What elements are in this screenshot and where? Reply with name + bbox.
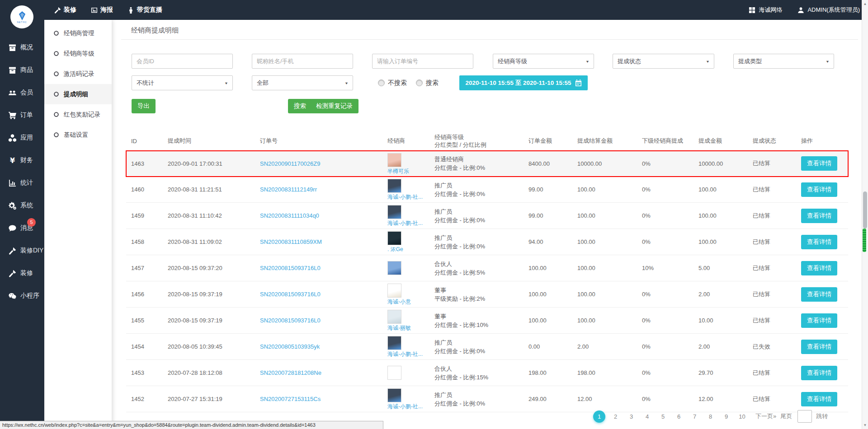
dealer-name-link[interactable]: 海诚-小鹏-社...	[387, 194, 434, 200]
page-10[interactable]: 10	[734, 413, 750, 420]
topnav-item-0[interactable]: 装修	[54, 6, 76, 14]
sidebar-item-装修[interactable]: 装修	[0, 262, 44, 284]
order-number-link[interactable]: SN20200805103935yk	[260, 343, 320, 350]
member-id-input[interactable]	[132, 54, 233, 69]
view-detail-button[interactable]: 查看详情	[801, 313, 837, 328]
page-2[interactable]: 2	[608, 413, 623, 420]
cell-level: 推广员分红佣金 - 比例:0%	[434, 207, 528, 224]
cell-time: 2020-09-01 17:00:31	[168, 160, 260, 167]
cell-amount: 2.00	[698, 343, 753, 350]
page-1[interactable]: 1	[593, 410, 605, 423]
search-button[interactable]: 搜索	[288, 99, 312, 113]
sidebar-item-概况[interactable]: 概况	[0, 36, 44, 59]
check-duplicate-button[interactable]: 检测重复记录	[310, 99, 359, 113]
calendar-icon	[575, 79, 582, 86]
hammer-icon	[9, 247, 16, 255]
scrollbar-thumb[interactable]	[863, 191, 867, 228]
order-no-input[interactable]	[372, 54, 473, 69]
commission-status-select[interactable]: 提成状态 ▼	[613, 54, 714, 69]
jump-button[interactable]: 跳转	[816, 412, 828, 420]
view-detail-button[interactable]: 查看详情	[801, 366, 837, 380]
page-8[interactable]: 8	[703, 413, 718, 420]
dealer-name-link[interactable]: 海诚-小鹏-社...	[387, 220, 434, 226]
dealer-avatar	[387, 205, 401, 219]
order-number-link[interactable]: SN20200815093716L0	[260, 317, 321, 324]
view-detail-button[interactable]: 查看详情	[801, 287, 837, 302]
statistics-select[interactable]: 不统计 ▼	[132, 75, 233, 90]
submenu-item-经销商管理[interactable]: 经销商管理	[44, 23, 112, 43]
order-number-link[interactable]: SN20200831110859XM	[260, 238, 322, 245]
order-number-link[interactable]: SN20200831112149rr	[260, 186, 317, 193]
cell-settle-amount: 2.00	[577, 343, 642, 350]
view-detail-button[interactable]: 查看详情	[801, 392, 837, 406]
date-range-button[interactable]: 2020-11-10 15:55 至 2020-11-10 15:55	[459, 75, 588, 90]
view-detail-button[interactable]: 查看详情	[801, 182, 837, 197]
order-number-link[interactable]: SN20200815093716L0	[260, 265, 321, 271]
submenu-item-激活码记录[interactable]: 激活码记录	[44, 64, 112, 84]
scope-select[interactable]: 全部 ▼	[252, 75, 353, 90]
topnav-item-2[interactable]: 带货直播	[127, 6, 162, 14]
page-4[interactable]: 4	[639, 413, 655, 420]
sidebar-item-应用[interactable]: 应用	[0, 126, 44, 149]
dealer-name-link[interactable]: 海诚-小鹏-社...	[387, 403, 434, 410]
sidebar-item-会员[interactable]: 会员	[0, 81, 44, 104]
topbar-right-item-0[interactable]: 海诚网络	[749, 6, 782, 14]
scroll-down-icon[interactable]: ▼	[862, 422, 868, 428]
sidebar-item-消息[interactable]: 消息 5	[0, 217, 44, 239]
dealer-name-link[interactable]: . 浓Ge	[387, 246, 434, 252]
view-detail-button[interactable]: 查看详情	[801, 156, 837, 171]
screen: 装修海报带货直播 海诚网络ADMIN(系统管理员) NETHC 概况 商品 会员…	[0, 0, 868, 429]
page-3[interactable]: 3	[623, 413, 639, 420]
scroll-up-icon[interactable]: ▲	[862, 1, 868, 7]
topbar-right-item-1[interactable]: ADMIN(系统管理员)	[797, 6, 860, 14]
commission-type-select[interactable]: 提成类型 ▼	[733, 54, 834, 69]
order-number-link[interactable]: SN20200728181208Ne	[260, 369, 321, 376]
order-number-link[interactable]: SN20200727153115Cs	[260, 396, 321, 402]
order-number-link[interactable]: SN20200901170026Z9	[260, 160, 321, 167]
sidebar-item-系统[interactable]: 系统	[0, 194, 44, 217]
cell-time: 2020-08-31 11:21:51	[168, 186, 260, 193]
page-5[interactable]: 5	[655, 413, 671, 420]
jump-page-input[interactable]	[797, 410, 812, 423]
sidebar-item-订单[interactable]: 订单	[0, 104, 44, 126]
date-search-radio-group: 不搜索 搜索	[378, 75, 439, 90]
submenu-item-经销商等级[interactable]: 经销商等级	[44, 43, 112, 64]
cell-id: 1456	[131, 291, 168, 298]
radio-no-search[interactable]: 不搜索	[378, 79, 407, 87]
dealer-name-link[interactable]: 海诚-小意	[387, 298, 434, 305]
page-9[interactable]: 9	[718, 413, 734, 420]
next-page-link[interactable]: 下一页»	[755, 412, 776, 420]
view-detail-button[interactable]: 查看详情	[801, 209, 837, 223]
submenu-item-提成明细[interactable]: 提成明细	[44, 84, 112, 104]
brand-logo[interactable]: NETHC	[10, 5, 33, 28]
sidebar-item-装修DIY[interactable]: 装修DIY	[0, 239, 44, 262]
page-7[interactable]: 7	[687, 413, 703, 420]
topnav-item-1[interactable]: 海报	[91, 6, 113, 14]
submenu-item-红包奖励记录[interactable]: 红包奖励记录	[44, 104, 112, 125]
cell-status: 已结算	[753, 369, 801, 377]
export-button[interactable]: 导出	[132, 99, 156, 113]
view-detail-button[interactable]: 查看详情	[801, 261, 837, 275]
last-page-link[interactable]: 尾页	[780, 412, 792, 420]
scrollbar[interactable]: ▲ ▼	[862, 0, 868, 429]
order-number-link[interactable]: SN20200815093716L0	[260, 291, 321, 298]
dealer-name-link[interactable]: 半樽可乐	[387, 168, 434, 174]
dealer-level-select[interactable]: 经销商等级 ▼	[493, 54, 594, 69]
cell-settle-amount: 10000.00	[577, 160, 642, 167]
cell-settle-amount: 100.00	[577, 212, 642, 219]
dealer-name-link[interactable]: 海诚-小鹏-社...	[387, 351, 434, 357]
view-detail-button[interactable]: 查看详情	[801, 235, 837, 249]
sidebar-item-小程序[interactable]: 小程序	[0, 284, 44, 307]
sidebar-item-统计[interactable]: 统计	[0, 172, 44, 194]
sidebar-item-财务[interactable]: ¥财务	[0, 149, 44, 172]
radio-search[interactable]: 搜索	[416, 79, 439, 87]
page-6[interactable]: 6	[671, 413, 687, 420]
submenu-item-基础设置[interactable]: 基础设置	[44, 125, 112, 145]
nickname-input[interactable]	[252, 54, 353, 69]
dealer-name-link[interactable]: 海诚-丽敏	[387, 325, 434, 331]
view-detail-button[interactable]: 查看详情	[801, 340, 837, 354]
sidebar-item-商品[interactable]: 商品	[0, 59, 44, 81]
order-number-link[interactable]: SN20200831111034q0	[260, 212, 319, 219]
cell-amount: 100.00	[698, 238, 753, 245]
custom-scrollbar-thumb[interactable]	[863, 228, 866, 252]
